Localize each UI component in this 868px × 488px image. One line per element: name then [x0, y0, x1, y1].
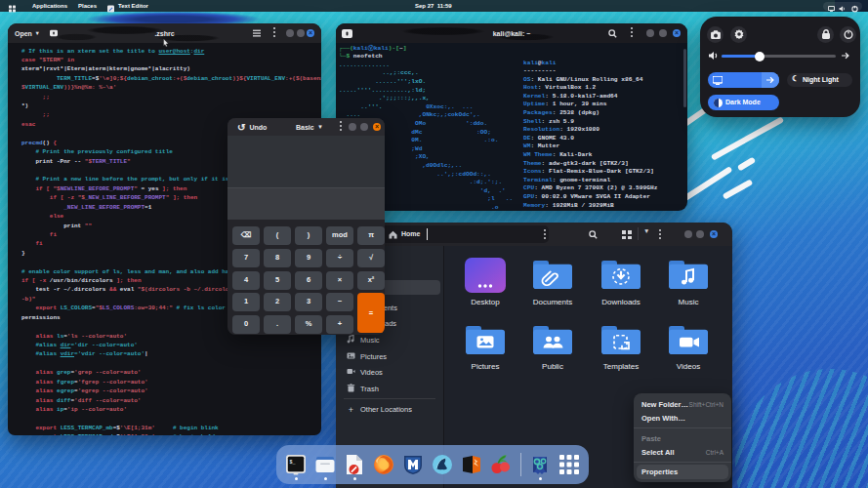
svg-text:$_: $_: [290, 460, 297, 466]
